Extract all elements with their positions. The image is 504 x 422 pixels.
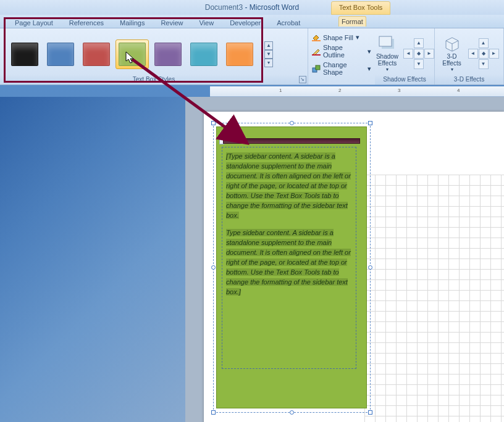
ruler-mark: 1 [279, 88, 282, 93]
style-swatch-blue[interactable] [47, 43, 74, 66]
tab-format[interactable]: Format [338, 16, 366, 27]
dropdown-icon: ▾ [440, 67, 464, 72]
resize-handle-nw[interactable] [211, 121, 216, 125]
shadow-nudge-grid: ▲ ◄◆► ▼ [403, 38, 434, 69]
styles-gallery: ▲ ▼ ▾ [0, 28, 308, 75]
tab-acrobat[interactable]: Acrobat [274, 18, 303, 28]
dropdown-icon: ▾ [375, 67, 400, 72]
shape-fill-label: Shape Fill [323, 34, 353, 41]
dropdown-icon: ▾ [356, 33, 359, 41]
resize-handle-e[interactable] [368, 265, 372, 270]
cube-icon [442, 35, 462, 52]
nudge-right-icon[interactable]: ► [424, 49, 434, 59]
group-text-box-styles: ▲ ▼ ▾ Text Box Styles ↘ [0, 28, 308, 85]
3d-toggle-icon[interactable]: ◆ [479, 49, 489, 59]
window-title: Document3 - Microsoft Word [0, 3, 504, 12]
pencil-icon [312, 48, 321, 56]
tilt-up-icon[interactable]: ▲ [479, 38, 489, 48]
resize-handle-w[interactable] [211, 265, 216, 270]
horizontal-ruler[interactable]: 1 2 3 4 [210, 86, 504, 97]
sidebar-textbox[interactable]: [Type sidebar content. A sidebar is a st… [216, 126, 367, 408]
dropdown-icon: ▾ [368, 65, 371, 73]
tilt-down-icon[interactable]: ▼ [479, 59, 489, 69]
style-swatch-orange[interactable] [226, 43, 253, 66]
group-label-3d: 3-D Effects [435, 75, 503, 85]
group-shape-tools: Shape Fill ▾ Shape Outline ▾ Change Shap… [308, 28, 375, 85]
svg-rect-3 [316, 65, 320, 70]
tab-developer[interactable]: Developer [227, 18, 263, 28]
shape-outline-label: Shape Outline [323, 44, 365, 59]
change-shape-label: Change Shape [323, 61, 365, 76]
style-swatch-teal[interactable] [190, 43, 217, 66]
resize-handle-sw[interactable] [211, 410, 216, 415]
app-name: Microsoft Word [250, 3, 299, 12]
shadow-icon [377, 35, 397, 52]
shadow-effects-button[interactable]: Shadow Effects ▾ [375, 35, 400, 72]
style-swatch-red[interactable] [83, 43, 110, 66]
group-label-styles: Text Box Styles ↘ [0, 75, 308, 85]
nudge-down-icon[interactable]: ▼ [414, 59, 424, 69]
gallery-scroll-up-icon[interactable]: ▲ [264, 41, 273, 50]
ruler-mark: 2 [338, 88, 341, 93]
dropdown-icon: ▾ [368, 48, 371, 56]
ribbon-tabs: Page Layout References Mailings Review V… [0, 15, 504, 28]
tab-references[interactable]: References [67, 18, 106, 28]
workspace-background [0, 97, 185, 422]
gallery-scroll-down-icon[interactable]: ▼ [264, 50, 273, 59]
3d-tilt-grid: ▲ ◄◆► ▼ [468, 38, 499, 69]
3d-effects-button[interactable]: 3-D Effects ▾ [440, 35, 464, 72]
shadow-toggle-icon[interactable]: ◆ [414, 49, 424, 59]
gallery-scroll: ▲ ▼ ▾ [264, 41, 273, 67]
tilt-right-icon[interactable]: ► [489, 49, 499, 59]
textbox-accent-bar [223, 138, 360, 144]
dialog-launcher-icon[interactable]: ↘ [299, 76, 306, 83]
document-name: Document3 [205, 3, 243, 12]
tab-mailings[interactable]: Mailings [117, 18, 147, 28]
document-area: [Type sidebar content. A sidebar is a st… [185, 97, 504, 422]
tab-review[interactable]: Review [158, 18, 185, 28]
svg-rect-0 [312, 40, 321, 41]
change-shape-button[interactable]: Change Shape ▾ [312, 60, 371, 77]
ruler-mark: 4 [457, 88, 460, 93]
nudge-left-icon[interactable]: ◄ [403, 49, 413, 59]
shadow-effects-label: Shadow Effects [375, 53, 400, 67]
tab-view[interactable]: View [196, 18, 216, 28]
document-page[interactable]: [Type sidebar content. A sidebar is a st… [204, 112, 504, 422]
svg-rect-1 [312, 54, 321, 56]
group-3d-effects: 3-D Effects ▾ ▲ ◄◆► ▼ 3-D Effects [435, 28, 504, 85]
sidebar-paragraph-1[interactable]: [Type sidebar content. A sidebar is a st… [226, 151, 352, 220]
shape-outline-button[interactable]: Shape Outline ▾ [312, 43, 371, 60]
resize-handle-n[interactable] [290, 121, 294, 125]
change-shape-icon [312, 65, 321, 73]
group-label-shadow: Shadow Effects [375, 75, 434, 85]
ribbon: ▲ ▼ ▾ Text Box Styles ↘ Shape Fill ▾ [0, 28, 504, 85]
tab-page-layout[interactable]: Page Layout [12, 18, 56, 28]
sidebar-paragraph-2[interactable]: Type sidebar content. A sidebar is a sta… [226, 228, 352, 297]
textbox-content-area[interactable]: [Type sidebar content. A sidebar is a st… [222, 147, 356, 369]
title-bar: Document3 - Microsoft Word Text Box Tool… [0, 0, 504, 15]
style-swatch-green[interactable] [119, 43, 146, 66]
contextual-tab-title: Text Box Tools [331, 1, 390, 15]
style-swatch-purple[interactable] [154, 43, 182, 66]
ruler-mark: 3 [398, 88, 400, 93]
gallery-more-icon[interactable]: ▾ [264, 59, 273, 67]
svg-rect-5 [379, 36, 392, 46]
style-swatch-black[interactable] [11, 43, 38, 66]
tilt-left-icon[interactable]: ◄ [468, 49, 478, 59]
resize-handle-s[interactable] [290, 410, 294, 415]
title-sep: - [245, 3, 249, 12]
resize-handle-se[interactable] [368, 410, 372, 415]
gridlines [364, 175, 504, 422]
3d-effects-label: 3-D Effects [440, 53, 464, 67]
group-shadow-effects: Shadow Effects ▾ ▲ ◄◆► ▼ Shadow Effects [375, 28, 435, 85]
nudge-up-icon[interactable]: ▲ [414, 38, 424, 48]
resize-handle-ne[interactable] [368, 121, 372, 125]
paint-bucket-icon [312, 33, 321, 41]
shape-fill-button[interactable]: Shape Fill ▾ [312, 32, 371, 43]
